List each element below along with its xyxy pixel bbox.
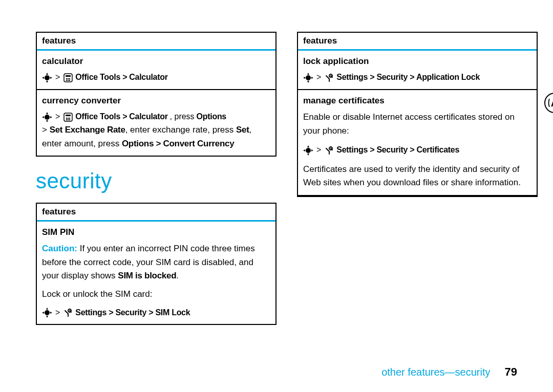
table-row: calculator > Office Tools > Calculator bbox=[37, 51, 275, 90]
office-tools-icon bbox=[63, 112, 73, 122]
svg-marker-29 bbox=[42, 312, 44, 314]
svg-point-23 bbox=[66, 119, 67, 120]
svg-point-11 bbox=[68, 80, 69, 81]
page-number: 79 bbox=[505, 365, 517, 379]
center-key-icon bbox=[42, 308, 52, 318]
svg-marker-30 bbox=[50, 312, 52, 314]
svg-marker-32 bbox=[307, 73, 309, 75]
svg-point-21 bbox=[68, 118, 69, 119]
footer-section-label: other features—security bbox=[381, 366, 490, 378]
svg-marker-28 bbox=[46, 316, 48, 318]
svg-point-24 bbox=[68, 119, 69, 120]
svg-point-25 bbox=[69, 119, 70, 120]
text-bold: Set bbox=[236, 125, 249, 135]
text: . bbox=[176, 271, 179, 280]
row-title: manage certificates bbox=[303, 94, 531, 107]
nav-path-text: Settings > Security > Application Lock bbox=[336, 71, 480, 84]
text-line: Enable or disable Internet access certif… bbox=[303, 111, 531, 138]
left-column: features calculator > Office Tools > Cal… bbox=[36, 32, 276, 325]
right-column: features lock application > Settings > S… bbox=[297, 32, 538, 197]
table-header: features bbox=[298, 33, 537, 51]
table-row: lock application > Settings > Security >… bbox=[298, 51, 537, 90]
nav-path-text: Settings > Security > Certificates bbox=[336, 144, 459, 157]
svg-point-13 bbox=[45, 115, 50, 120]
svg-marker-17 bbox=[50, 116, 52, 118]
svg-point-22 bbox=[69, 118, 70, 119]
svg-point-0 bbox=[45, 75, 50, 80]
svg-marker-40 bbox=[311, 149, 313, 151]
table-row: manage certificates Enable or disable In… bbox=[298, 90, 537, 196]
table-row: currency converter > Office Tools > Calc… bbox=[37, 90, 275, 156]
nav-path: > Settings > Security > Application Lock bbox=[303, 71, 531, 84]
page-footer: other features—security 79 bbox=[381, 365, 517, 379]
table-header: features bbox=[37, 33, 275, 51]
text-bold: Set Exchange Rate bbox=[50, 125, 125, 135]
nav-path: > Settings > Security > Certificates bbox=[303, 144, 531, 157]
svg-point-31 bbox=[306, 75, 311, 80]
chevron-right-icon: > bbox=[55, 307, 60, 319]
svg-marker-1 bbox=[46, 73, 48, 75]
row-title: SIM PIN bbox=[42, 226, 270, 239]
table-row: SIM PIN Caution: If you enter an incorre… bbox=[37, 222, 275, 324]
text: , press bbox=[170, 111, 195, 123]
chevron-right-icon: > bbox=[316, 144, 321, 157]
text-line: > Set Exchange Rate, enter exchange rate… bbox=[42, 123, 270, 137]
svg-marker-33 bbox=[307, 81, 309, 83]
nav-path-text: Office Tools > Calculator bbox=[75, 111, 167, 123]
row-title: currency converter bbox=[42, 94, 270, 107]
table-header: features bbox=[37, 204, 275, 222]
text: > bbox=[42, 125, 50, 135]
svg-point-8 bbox=[68, 78, 69, 79]
text: enter amount, press bbox=[42, 139, 122, 148]
svg-marker-39 bbox=[303, 149, 305, 151]
text: , enter exchange rate, press bbox=[125, 125, 236, 135]
text-bold: Options bbox=[197, 111, 226, 123]
features-table-security-right: features lock application > Settings > S… bbox=[297, 32, 538, 197]
center-key-icon bbox=[303, 145, 313, 156]
nav-path-text: Settings > Security > SIM Lock bbox=[75, 307, 190, 319]
nav-path: > Office Tools > Calculator bbox=[42, 71, 270, 84]
nav-path-text: Office Tools > Calculator bbox=[75, 71, 167, 84]
settings-icon bbox=[63, 308, 73, 318]
row-title: calculator bbox=[42, 55, 270, 68]
svg-marker-35 bbox=[311, 77, 313, 79]
center-key-icon bbox=[42, 73, 52, 83]
svg-rect-6 bbox=[66, 75, 71, 77]
chevron-right-icon: > bbox=[55, 111, 60, 123]
caution-paragraph: Caution: If you enter an incorrect PIN c… bbox=[42, 242, 270, 282]
chevron-right-icon: > bbox=[316, 71, 321, 84]
center-key-icon bbox=[42, 112, 52, 122]
svg-marker-14 bbox=[46, 112, 48, 114]
settings-icon bbox=[324, 145, 334, 156]
svg-marker-16 bbox=[42, 116, 44, 118]
svg-marker-2 bbox=[46, 81, 48, 83]
text-line: enter amount, press Options > Convert Cu… bbox=[42, 137, 270, 150]
svg-rect-19 bbox=[66, 115, 71, 116]
chevron-right-icon: > bbox=[55, 71, 60, 84]
nav-path: > Settings > Security > SIM Lock bbox=[42, 307, 270, 319]
svg-marker-34 bbox=[303, 77, 305, 79]
svg-marker-38 bbox=[307, 154, 309, 156]
svg-point-12 bbox=[69, 80, 70, 81]
network-feature-icon: A bbox=[544, 92, 553, 114]
text-line: Lock or unlock the SIM card: bbox=[42, 288, 270, 301]
features-table-tools: features calculator > Office Tools > Cal… bbox=[36, 32, 276, 157]
svg-text:A: A bbox=[551, 97, 553, 108]
svg-marker-37 bbox=[307, 145, 309, 147]
features-table-security-left: features SIM PIN Caution: If you enter a… bbox=[36, 203, 276, 325]
text: , bbox=[249, 125, 252, 135]
svg-marker-4 bbox=[50, 77, 52, 79]
svg-marker-27 bbox=[46, 308, 48, 310]
center-key-icon bbox=[303, 73, 313, 83]
caution-label: Caution: bbox=[42, 244, 77, 253]
section-heading: security bbox=[36, 169, 276, 193]
svg-point-10 bbox=[66, 80, 67, 81]
svg-marker-3 bbox=[42, 77, 44, 79]
office-tools-icon bbox=[63, 73, 73, 83]
svg-point-36 bbox=[306, 148, 311, 153]
settings-icon bbox=[324, 73, 334, 83]
text-bold: Options > Convert Currency bbox=[122, 139, 234, 148]
row-title: lock application bbox=[303, 55, 531, 68]
svg-point-26 bbox=[45, 310, 50, 315]
text-line: Certificates are used to verify the iden… bbox=[303, 163, 531, 190]
